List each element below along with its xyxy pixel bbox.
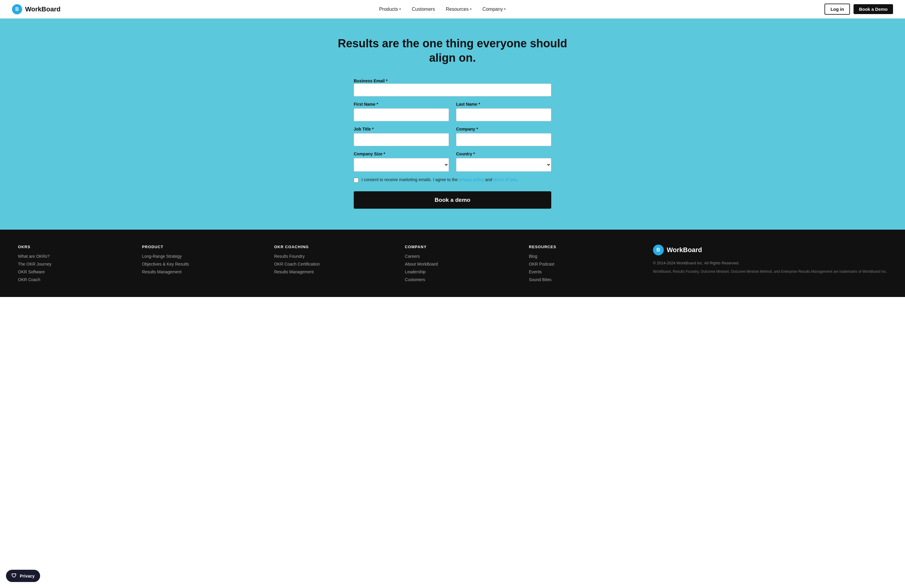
footer-heading-resources: RESOURCES <box>529 245 568 249</box>
chevron-down-icon: ▾ <box>399 7 401 11</box>
email-group: Business Email * <box>354 78 551 96</box>
size-country-row: Company Size * 1-50 51-200 201-500 501-1… <box>354 151 551 172</box>
company-group: Company * <box>456 127 551 146</box>
footer-trademark: WorkBoard, Results Foundry, Outcome Mind… <box>653 269 887 274</box>
company-size-label: Company Size * <box>354 151 449 156</box>
demo-form: Business Email * First Name * Last Name … <box>354 78 551 209</box>
chevron-down-icon: ▾ <box>470 7 472 11</box>
nav-links: Products ▾ Customers Resources ▾ Company… <box>375 5 510 14</box>
nav-products[interactable]: Products ▾ <box>375 5 405 14</box>
footer-link-what-are-okrs[interactable]: What are OKRs? <box>18 254 57 259</box>
footer-link-okr-software[interactable]: OKR Software <box>18 269 57 274</box>
footer-link-about[interactable]: About WorkBoard <box>405 262 444 267</box>
book-demo-button[interactable]: Book a demo <box>354 191 551 209</box>
footer-link-podcast[interactable]: OKR Podcast <box>529 262 568 267</box>
footer-link-events[interactable]: Events <box>529 269 568 274</box>
footer-link-okr-cert[interactable]: OKR Coach Certification <box>274 262 320 267</box>
footer-link-results-management[interactable]: Results Management <box>274 269 320 274</box>
privacy-policy-link[interactable]: privacy policy <box>459 177 484 182</box>
job-title-group: Job Title * <box>354 127 449 146</box>
name-row: First Name * Last Name * <box>354 102 551 121</box>
job-title-label: Job Title * <box>354 127 449 132</box>
footer-link-soundbites[interactable]: Sound Bites <box>529 277 568 282</box>
footer-col-okrs: OKRS What are OKRs? The OKR Journey OKR … <box>18 245 57 285</box>
footer-heading-product: PRODUCT <box>142 245 189 249</box>
logo[interactable]: B WorkBoard <box>12 4 60 14</box>
country-group: Country * United States United Kingdom C… <box>456 151 551 172</box>
company-size-group: Company Size * 1-50 51-200 201-500 501-1… <box>354 151 449 172</box>
footer-heading-coaching: OKR COACHING <box>274 245 320 249</box>
footer-col-product: PRODUCT Long-Range Strategy Objectives &… <box>142 245 189 285</box>
consent-row: I consent to receive marketing emails. I… <box>354 177 551 183</box>
footer-heading-okrs: OKRS <box>18 245 57 249</box>
book-demo-nav-button[interactable]: Book a Demo <box>854 4 893 14</box>
last-name-label: Last Name * <box>456 102 551 106</box>
country-select[interactable]: United States United Kingdom Canada Aust… <box>456 158 551 172</box>
footer-col-coaching: OKR COACHING Results Foundry OKR Coach C… <box>274 245 320 285</box>
footer-link-okr-coach[interactable]: OKR Coach <box>18 277 57 282</box>
nav-company[interactable]: Company ▾ <box>478 5 510 14</box>
last-name-group: Last Name * <box>456 102 551 121</box>
footer-inner: OKRS What are OKRs? The OKR Journey OKR … <box>18 245 887 285</box>
country-label: Country * <box>456 151 551 156</box>
footer-col-resources: RESOURCES Blog OKR Podcast Events Sound … <box>529 245 568 285</box>
footer-link-customers[interactable]: Customers <box>405 277 444 282</box>
job-company-row: Job Title * Company * <box>354 127 551 146</box>
terms-of-use-link[interactable]: terms of use <box>493 177 516 182</box>
footer-col-company: COMPANY Careers About WorkBoard Leadersh… <box>405 245 444 285</box>
company-size-select[interactable]: 1-50 51-200 201-500 501-1000 1000+ <box>354 158 449 172</box>
consent-text: I consent to receive marketing emails. I… <box>362 177 518 183</box>
footer-link-okr-results[interactable]: Objectives & Key Results <box>142 262 189 267</box>
first-name-field[interactable] <box>354 108 449 121</box>
footer-logo-icon: B <box>653 245 664 255</box>
footer-link-results-mgmt[interactable]: Results Management <box>142 269 189 274</box>
chevron-down-icon: ▾ <box>504 7 506 11</box>
nav-actions: Log in Book a Demo <box>824 3 893 15</box>
company-field[interactable] <box>456 133 551 146</box>
footer-link-long-range[interactable]: Long-Range Strategy <box>142 254 189 259</box>
footer-logo: B WorkBoard <box>653 245 887 255</box>
footer-link-okr-journey[interactable]: The OKR Journey <box>18 262 57 267</box>
hero-title: Results are the one thing everyone shoul… <box>336 37 569 65</box>
first-name-label: First Name * <box>354 102 449 106</box>
footer-copyright: © 2014-2024 WorkBoard Inc. All Rights Re… <box>653 261 887 265</box>
email-label: Business Email * <box>354 78 387 83</box>
footer: OKRS What are OKRs? The OKR Journey OKR … <box>0 230 905 297</box>
nav-customers[interactable]: Customers <box>408 5 439 14</box>
login-button[interactable]: Log in <box>824 3 850 15</box>
footer-link-leadership[interactable]: Leadership <box>405 269 444 274</box>
footer-heading-company: COMPANY <box>405 245 444 249</box>
last-name-field[interactable] <box>456 108 551 121</box>
footer-link-blog[interactable]: Blog <box>529 254 568 259</box>
consent-checkbox[interactable] <box>354 178 359 183</box>
footer-brand: B WorkBoard © 2014-2024 WorkBoard Inc. A… <box>653 245 887 285</box>
footer-brand-name: WorkBoard <box>667 246 702 254</box>
job-title-field[interactable] <box>354 133 449 146</box>
first-name-group: First Name * <box>354 102 449 121</box>
logo-text: WorkBoard <box>25 5 60 13</box>
footer-link-results-foundry[interactable]: Results Foundry <box>274 254 320 259</box>
email-field[interactable] <box>354 84 551 96</box>
nav-resources[interactable]: Resources ▾ <box>441 5 476 14</box>
logo-icon: B <box>12 4 22 14</box>
hero-section: Results are the one thing everyone shoul… <box>0 19 905 230</box>
navbar: B WorkBoard Products ▾ Customers Resourc… <box>0 0 905 19</box>
company-label: Company * <box>456 127 551 132</box>
footer-link-careers[interactable]: Careers <box>405 254 444 259</box>
